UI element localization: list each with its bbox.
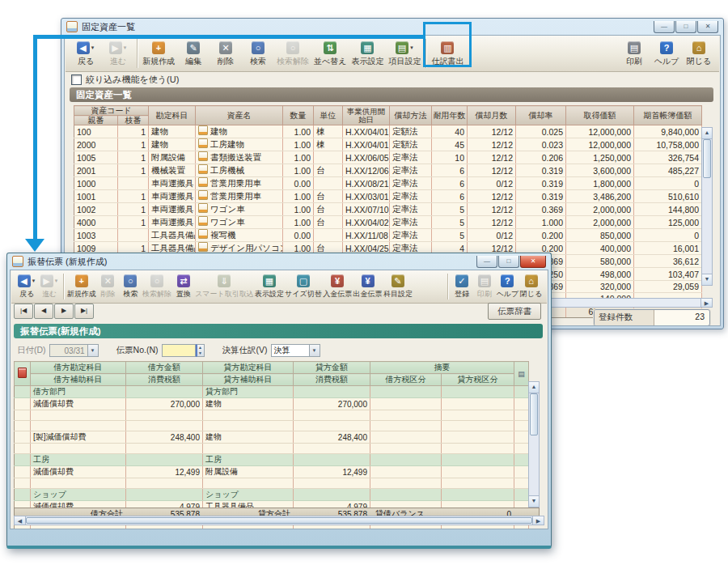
toolbar-button-edit[interactable]: ✎編集 (177, 36, 210, 70)
toolbar-button-size-toggle[interactable]: ▢サイズ切替 (285, 271, 323, 302)
slip-no-value (162, 344, 196, 357)
toolbar-button-search[interactable]: ○検索 (242, 36, 274, 70)
journal-row-dept[interactable]: 工房工房 (15, 454, 529, 466)
toolbar-button-forward[interactable]: ▶▼進む (38, 271, 61, 302)
scroll-up-icon[interactable]: ▲ (702, 128, 712, 139)
toolbar-button-deposit-slip[interactable]: ¥入金伝票 (322, 271, 352, 302)
toolbar-button-close[interactable]: ⌂閉じる (519, 271, 543, 302)
maximize-button[interactable]: □ (498, 256, 519, 268)
toolbar-button-replace[interactable]: ⇄置換 (172, 271, 195, 302)
settlement-select[interactable]: 決算▼ (271, 344, 320, 357)
toolbar-button-delete[interactable]: ✕削除 (96, 271, 119, 302)
nav-next-button[interactable]: ▶ (54, 304, 74, 319)
cell: 0.206 (516, 151, 566, 164)
journal-row-entry[interactable]: 減価償却費270,000建物270,000 (15, 398, 529, 410)
toolbar-button-item-settings[interactable]: ▤▼項目設定 (386, 36, 423, 70)
journal-row-dept[interactable]: 借方部門貸方部門 (15, 386, 529, 398)
asset-row[interactable]: 10021車両運搬具ワゴン車1.00台H.XX/07/10定率法512/120.… (74, 203, 702, 216)
close-button[interactable]: ✕ (697, 21, 718, 33)
asset-row[interactable]: 10051附属設備書類搬送装置1.00H.XX/06/05定率法1012/120… (74, 151, 702, 164)
scroll-left-icon[interactable]: ◀ (15, 516, 26, 525)
cell: 減価償却費 (31, 466, 126, 478)
toolbar-button-search-clear[interactable]: ○検索解除 (142, 271, 171, 302)
cell: 400,000 (566, 242, 634, 255)
toolbar-button-back[interactable]: ◀▼戻る (15, 271, 38, 302)
date-dropdown-icon[interactable]: ▼ (88, 344, 99, 357)
register-icon: ✓ (455, 274, 468, 287)
toolbar-button-forward[interactable]: ▶▼進む (102, 36, 134, 70)
col-header: 勘定科目 (149, 106, 196, 125)
cell (442, 386, 514, 398)
scroll-up-icon[interactable]: ▲ (529, 382, 539, 393)
journal-row-entry[interactable]: 減価償却費12,499附属設備12,499 (15, 466, 529, 478)
scroll-down-icon[interactable]: ▼ (702, 274, 712, 285)
asset-row[interactable]: 1000車両運搬具営業用乗用車0.00H.XX/08/21定率法60/120.3… (74, 177, 702, 190)
minimize-button[interactable]: — (476, 256, 497, 268)
journal-row-empty[interactable] (15, 444, 529, 454)
asset-titlebar[interactable]: 固定資産一覧 —□✕ (61, 19, 723, 35)
slip-no-spinner-icon[interactable]: ▲▼ (196, 344, 205, 357)
asset-row[interactable]: 20011機械装置工房機械1.00台H.XX/12/06定率法612/120.3… (74, 164, 702, 177)
close-button[interactable]: ✕ (520, 256, 546, 268)
scroll-right-icon[interactable]: ▶ (700, 299, 712, 307)
toolbar-button-sort[interactable]: ⇅並べ替え (311, 36, 349, 70)
cell: 車両運搬具 (149, 216, 196, 229)
record-count-label: 登録件数 (595, 310, 654, 325)
nav-first-button[interactable]: |◀ (14, 304, 33, 319)
settlement-dropdown-icon[interactable]: ▼ (310, 344, 320, 357)
nav-last-button[interactable]: ▶| (74, 304, 94, 319)
toolbar-button-back[interactable]: ◀▼戻る (70, 36, 102, 70)
toolbar-button-register[interactable]: ✓登録 (451, 271, 473, 302)
asset-row[interactable]: 1001建物建物1.00棟H.XX/04/01定額法4012/120.02512… (74, 125, 702, 138)
journal-row-empty[interactable] (15, 421, 529, 431)
journal-row-empty[interactable] (15, 478, 529, 489)
toolbar-button-print[interactable]: ▤印刷 (618, 36, 650, 70)
slip-dictionary-button[interactable]: 伝票辞書 (488, 303, 541, 320)
toolbar-button-help[interactable]: ?ヘルプ (496, 271, 519, 302)
toolbar-button-search-clear[interactable]: ○検索解除 (274, 36, 311, 70)
toolbar-button-new[interactable]: +新規作成 (140, 36, 177, 70)
journal-row-entry[interactable]: [製]減価償却費248,400建物248,400 (15, 431, 529, 444)
vscroll-thumb[interactable] (530, 393, 538, 435)
toolbar-button-delete[interactable]: ✕削除 (210, 36, 242, 70)
minimize-button[interactable]: — (654, 21, 675, 33)
toolbar-button-close[interactable]: ⌂閉じる (683, 36, 715, 70)
toolbar-icon-row: ⇓ (218, 274, 231, 288)
cell: 貸方部門 (203, 386, 294, 398)
asset-row[interactable]: 10011車両運搬具営業用乗用車1.00台H.XX/03/01定率法612/12… (74, 190, 702, 203)
scroll-down-icon[interactable]: ▼ (529, 495, 539, 507)
asset-row[interactable]: 1003工具器具備品複写機0.00H.XX/11/08定率法50/120.200… (74, 229, 702, 242)
toolbar-button-display-settings[interactable]: ▦表示設定 (349, 36, 386, 70)
slip-no-field[interactable]: ▲▼ (162, 344, 205, 357)
maximize-button[interactable]: □ (675, 21, 696, 33)
toolbar-button-help[interactable]: ?ヘルプ (650, 36, 683, 70)
cell: 2,000,000 (566, 203, 634, 216)
scroll-right-icon[interactable]: ▶ (532, 516, 544, 525)
toolbar-button-account-settings[interactable]: ✎科目設定 (383, 271, 413, 302)
cell: 建物 (196, 125, 283, 138)
journal-vscrollbar[interactable]: ▲▼ (528, 381, 540, 508)
toolbar-button-search[interactable]: ○検索 (119, 271, 142, 302)
toolbar-button-display-settings[interactable]: ▦表示設定 (254, 271, 284, 302)
toolbar-button-new[interactable]: +新規作成 (66, 271, 96, 302)
journal-titlebar[interactable]: 振替伝票 (新規作成) —□✕ (7, 253, 551, 270)
asset-vscrollbar[interactable]: ▲▼ (701, 127, 713, 286)
vscroll-thumb[interactable] (703, 139, 711, 178)
journal-row-empty[interactable] (15, 410, 529, 421)
toolbar-button-smart-import[interactable]: ⇓スマート取引取込 (195, 271, 254, 302)
toolbar-button-journal-export[interactable]: ▥仕訳書出 (429, 36, 466, 70)
date-label: 日付(D) (17, 345, 46, 356)
toolbar-button-withdrawal-slip[interactable]: ¥出金伝票 (353, 271, 383, 302)
date-field[interactable]: 03/31▼ (49, 344, 99, 357)
asset-row[interactable]: 40001車両運搬具ワゴン車1.00台H.XX/04/02定率法512/121.… (74, 216, 702, 229)
asset-row[interactable]: 20001建物工房建物1.00棟H.XX/04/01定額法4512/120.02… (74, 138, 702, 151)
cell (442, 478, 514, 489)
toolbar-icon-row: ✎ (392, 274, 404, 288)
hscroll-thumb[interactable] (26, 517, 532, 524)
journal-hscrollbar[interactable]: ◀ ▶ (14, 516, 544, 525)
col-header: 資産コード (74, 106, 149, 116)
filter-checkbox[interactable] (71, 74, 82, 85)
nav-prev-button[interactable]: ◀ (34, 304, 53, 319)
journal-row-dept[interactable]: ショップショップ (15, 489, 529, 501)
toolbar-button-print[interactable]: ▤印刷 (473, 271, 496, 302)
